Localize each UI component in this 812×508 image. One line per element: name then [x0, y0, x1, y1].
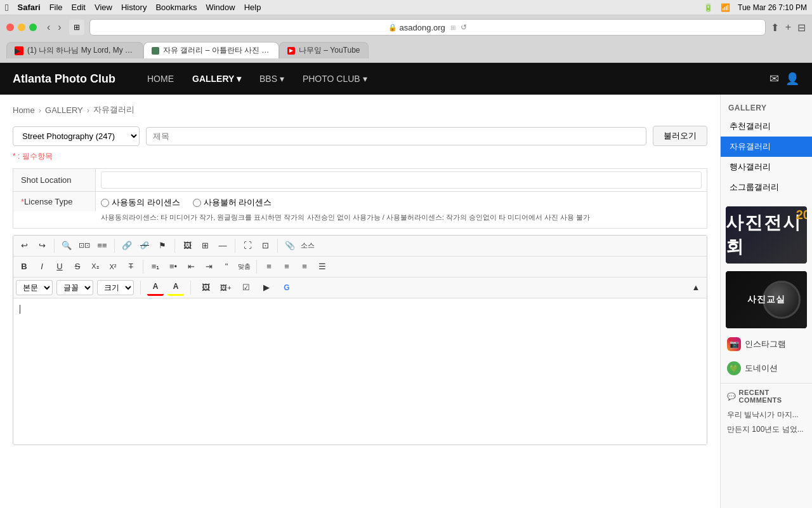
- paragraph-style-select[interactable]: 본문: [16, 280, 53, 295]
- editor-image[interactable]: 🖼: [179, 237, 195, 254]
- banner-class[interactable]: 사진교실: [726, 271, 807, 328]
- editor-format[interactable]: ≡≡: [94, 237, 110, 254]
- menu-bookmarks[interactable]: Bookmarks: [155, 3, 197, 12]
- editor-checkbox[interactable]: ☑: [238, 279, 254, 296]
- editor-bgcolor[interactable]: A: [167, 279, 184, 296]
- reload-icon[interactable]: ↺: [461, 23, 467, 32]
- apple-menu[interactable]: : [5, 2, 8, 13]
- editor-underline[interactable]: U: [51, 258, 68, 275]
- instagram-label: 인스타그램: [745, 338, 786, 350]
- menu-help[interactable]: Help: [244, 3, 261, 12]
- editor-align-center[interactable]: ≡: [278, 258, 295, 275]
- gallery-nav-event[interactable]: 행사갤러리: [721, 157, 812, 177]
- menubar:  Safari (1) 나의 하나님 My Lord, My God [Liv…: [0, 0, 812, 15]
- upload-button[interactable]: 불러오기: [653, 126, 707, 146]
- editor-link[interactable]: 🔗: [119, 237, 135, 254]
- gallery-nav-free[interactable]: 자유갤러리: [721, 137, 812, 157]
- editor-attach[interactable]: 📎: [282, 237, 298, 254]
- tab-overview-button[interactable]: ⊞: [69, 20, 84, 35]
- comment-entry-1[interactable]: 우리 빌낙시가 마지...: [727, 408, 806, 422]
- banner-exhibition[interactable]: 사진전시회 20: [726, 206, 807, 264]
- editor-googledocs[interactable]: G: [278, 279, 295, 296]
- tab-youtube1[interactable]: ▶ (1) 나의 하나님 My Lord, My God [Live at TL…: [6, 42, 143, 58]
- breadcrumb-sep2: ›: [87, 105, 89, 115]
- editor-undo[interactable]: ↩: [16, 237, 32, 254]
- title-input[interactable]: [146, 127, 646, 145]
- instagram-row[interactable]: 📷 인스타그램: [721, 332, 812, 356]
- new-tab-button[interactable]: +: [785, 22, 791, 33]
- nav-bbs[interactable]: BBS ▾: [252, 70, 292, 88]
- mail-icon[interactable]: ✉: [769, 72, 779, 86]
- editor-bold[interactable]: B: [16, 258, 32, 275]
- editor-source[interactable]: 소스: [299, 237, 316, 254]
- breadcrumb: Home › GALLERY › 자유갤러리: [13, 104, 707, 116]
- banner-exhibition-image: 사진전시회 20: [726, 206, 807, 264]
- license-option-nouse[interactable]: 사용불허 라이센스: [193, 197, 272, 208]
- editor-strikethrough[interactable]: S: [69, 258, 86, 275]
- editor-video[interactable]: ▶: [258, 279, 275, 296]
- editor-italic[interactable]: I: [34, 258, 50, 275]
- editor-fontcolor[interactable]: A: [147, 279, 164, 296]
- editor-specialchar[interactable]: 맞춤: [236, 258, 252, 275]
- editor-table[interactable]: ⊞: [197, 237, 213, 254]
- license-option-use[interactable]: 사용동의 라이센스: [101, 197, 180, 208]
- license-radio-use[interactable]: [101, 199, 109, 207]
- address-bar[interactable]: 🔒 asadong.org ⊞ ↺: [89, 19, 766, 36]
- editor-body[interactable]: [13, 298, 707, 444]
- editor-collapse[interactable]: ▲: [688, 279, 704, 296]
- font-select[interactable]: 글꼴: [56, 280, 93, 295]
- comment-entry-2[interactable]: 만든지 100년도 넘었...: [727, 422, 806, 437]
- editor-template[interactable]: ⊡⊡: [76, 237, 93, 254]
- menu-view[interactable]: View: [95, 3, 112, 12]
- menu-edit[interactable]: Edit: [72, 3, 86, 12]
- fullscreen-button[interactable]: [29, 23, 37, 31]
- donation-row[interactable]: 💚 도네이션: [721, 356, 812, 380]
- editor-align-left[interactable]: ≡: [261, 258, 277, 275]
- tab-youtube2[interactable]: ▶ 나무잎 – YouTube: [279, 42, 369, 58]
- editor-blockquote[interactable]: ": [218, 258, 235, 275]
- menu-file-label[interactable]: File: [49, 3, 63, 12]
- editor-unlink[interactable]: 🔗: [136, 237, 153, 254]
- minimize-button[interactable]: [18, 23, 25, 31]
- editor-removeformat[interactable]: T̶: [122, 258, 139, 275]
- editor-anchor[interactable]: ⚑: [154, 237, 171, 254]
- editor-outdent[interactable]: ⇤: [183, 258, 199, 275]
- editor-ul[interactable]: ≡•: [165, 258, 181, 275]
- shot-location-input[interactable]: [101, 171, 702, 189]
- breadcrumb-gallery[interactable]: GALLERY: [45, 105, 83, 115]
- editor-find[interactable]: 🔍: [58, 237, 75, 254]
- editor-insertimage[interactable]: 🖼: [197, 279, 214, 296]
- editor-toggle-view[interactable]: ⊡: [257, 237, 273, 254]
- gallery-nav-recommended[interactable]: 추천갤러리: [721, 116, 812, 137]
- license-radio-nouse[interactable]: [193, 199, 201, 207]
- editor-align-justify[interactable]: ☰: [314, 258, 331, 275]
- menu-history[interactable]: History: [121, 3, 147, 12]
- nav-gallery[interactable]: GALLERY ▾: [185, 70, 249, 88]
- menu-app[interactable]: Safari: [17, 3, 40, 12]
- close-button[interactable]: [6, 23, 14, 31]
- forward-button[interactable]: ›: [55, 22, 63, 33]
- nav-home[interactable]: HOME: [140, 70, 181, 88]
- editor-align-right[interactable]: ≡: [296, 258, 313, 275]
- share-button[interactable]: ⬆: [771, 22, 779, 34]
- user-icon[interactable]: 👤: [785, 72, 799, 86]
- toolbar-divider2: [114, 239, 115, 253]
- tab-gallery[interactable]: 자유 갤러리 – 아틀란타 사진 동호회 – 아사동: [143, 42, 279, 58]
- font-size-select[interactable]: 크기: [97, 280, 134, 295]
- back-button[interactable]: ‹: [44, 22, 53, 33]
- editor-indent[interactable]: ⇥: [200, 258, 217, 275]
- nav-photoclub[interactable]: PHOTO CLUB ▾: [295, 70, 375, 88]
- breadcrumb-home[interactable]: Home: [13, 105, 35, 115]
- editor-subscript[interactable]: X₂: [87, 258, 103, 275]
- editor-superscript[interactable]: X²: [105, 258, 121, 275]
- editor-redo[interactable]: ↪: [34, 237, 50, 254]
- menu-window[interactable]: Window: [206, 3, 235, 12]
- editor-hr[interactable]: —: [214, 237, 231, 254]
- category-select[interactable]: Street Photography (247): [13, 126, 140, 146]
- editor-imagegallery[interactable]: 🖼+: [218, 279, 234, 296]
- donation-label: 도네이션: [745, 363, 778, 374]
- editor-ol[interactable]: ≡₁: [147, 258, 164, 275]
- gallery-nav-smallgroup[interactable]: 소그룹갤러리: [721, 177, 812, 197]
- editor-fullscreen[interactable]: ⛶: [239, 237, 256, 254]
- sidebar-button[interactable]: ⊟: [797, 22, 806, 34]
